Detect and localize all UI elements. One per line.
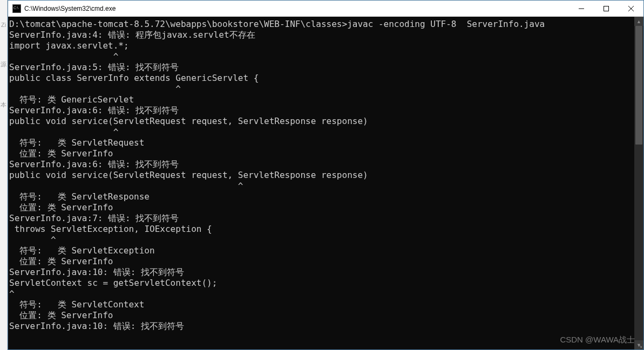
console-line: public void service(ServletRequest reque…	[9, 116, 642, 127]
console-line: ^	[9, 181, 642, 191]
console-line: ServerInfo.java:10: 错误: 找不到符号	[9, 321, 642, 332]
window-title: C:\Windows\System32\cmd.exe	[24, 5, 116, 12]
console-line: ^	[9, 127, 642, 138]
console-line: ^	[9, 51, 642, 62]
console-line: public void service(ServletRequest reque…	[9, 170, 642, 181]
close-button[interactable]	[619, 1, 643, 17]
console-line: 位置: 类 ServerInfo	[9, 256, 642, 267]
maximize-icon	[604, 6, 609, 11]
console-line: public class ServerInfo extends GenericS…	[9, 73, 642, 84]
console-line: 位置: 类 ServerInfo	[9, 202, 642, 213]
console-line: ServerInfo.java:6: 错误: 找不到符号	[9, 159, 642, 170]
console-line: ^	[9, 235, 642, 245]
console-line: 位置: 类 ServerInfo	[9, 148, 642, 159]
minimize-icon	[579, 6, 584, 11]
scroll-up-button[interactable]: ▲	[634, 17, 643, 26]
console-line: ServerInfo.java:5: 错误: 找不到符号	[9, 62, 642, 73]
gutter-glyph: Zi	[0, 22, 7, 28]
console-output[interactable]: D:\tomcat\apache-tomcat-8.5.72\webapps\b…	[8, 17, 643, 349]
scroll-thumb[interactable]	[635, 26, 642, 145]
console-line: ^	[9, 289, 642, 299]
console-line: 符号: 类 ServletException	[9, 245, 642, 256]
console-line: ^	[9, 84, 642, 94]
console-line: 符号: 类 ServletContext	[9, 299, 642, 310]
console-line: import javax.servlet.*;	[9, 40, 642, 51]
console-line: 符号: 类 GenericServlet	[9, 94, 642, 105]
cmd-icon	[12, 4, 21, 13]
console-line: 位置: 类 ServerInfo	[9, 310, 642, 321]
console-line: 符号: 类 ServletRequest	[9, 138, 642, 148]
svg-rect-1	[604, 6, 609, 11]
console-line: 符号: 类 ServletResponse	[9, 191, 642, 202]
maximize-button[interactable]	[594, 1, 619, 17]
console-line: ServerInfo.java:6: 错误: 找不到符号	[9, 105, 642, 116]
console-line: throws ServletException, IOException {	[9, 224, 642, 235]
close-icon	[628, 6, 634, 11]
minimize-button[interactable]	[569, 1, 594, 17]
resize-corner-icon: ↘	[637, 343, 643, 349]
console-line: ServerInfo.java:4: 错误: 程序包javax.servlet不…	[9, 30, 642, 40]
editor-gutter: Zi 源 本	[0, 0, 8, 350]
console-line: ServerInfo.java:7: 错误: 找不到符号	[9, 213, 642, 224]
vertical-scrollbar[interactable]: ▲ ▼	[634, 17, 643, 349]
cmd-window: C:\Windows\System32\cmd.exe D:\tomcat\ap…	[8, 0, 644, 350]
console-line: ServerInfo.java:10: 错误: 找不到符号	[9, 267, 642, 278]
gutter-glyph: 源	[0, 60, 7, 68]
console-line: D:\tomcat\apache-tomcat-8.5.72\webapps\b…	[9, 19, 642, 30]
console-line: ServletContext sc = getServletContext();	[9, 278, 642, 289]
titlebar[interactable]: C:\Windows\System32\cmd.exe	[8, 1, 643, 17]
gutter-glyph: 本	[0, 101, 7, 109]
